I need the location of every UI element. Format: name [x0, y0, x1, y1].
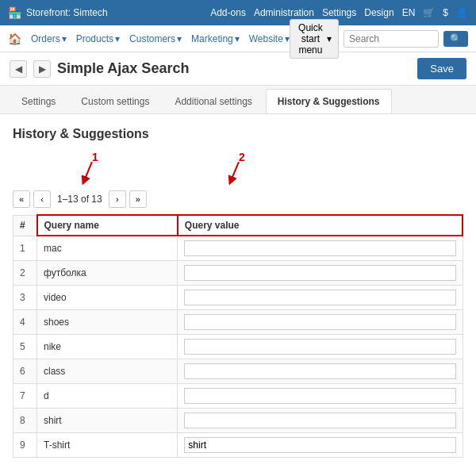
marketing-chevron: ▾ [235, 33, 240, 44]
cell-query-value[interactable] [178, 236, 463, 261]
home-link[interactable]: 🏠 [8, 33, 21, 45]
page-prev-button[interactable]: ‹ [33, 190, 51, 208]
cell-query-value[interactable] [178, 261, 463, 286]
table-row: 6 class [13, 359, 463, 384]
query-value-input[interactable] [184, 363, 455, 379]
cell-query-name: shirt [37, 409, 178, 433]
page-next-button[interactable]: › [109, 190, 126, 208]
language-selector[interactable]: EN [402, 7, 416, 18]
annotation-layer: 1 2 [13, 151, 463, 190]
second-nav-left: 🏠 Orders ▾ Products ▾ Customers ▾ Market… [8, 33, 290, 45]
products-menu[interactable]: Products ▾ [76, 33, 120, 44]
cell-query-name: футболка [37, 261, 178, 286]
administration-menu[interactable]: Administration [254, 7, 314, 18]
page-header-left: ◀ ▶ Simple Ajax Search [10, 60, 189, 78]
customers-chevron: ▾ [177, 33, 182, 44]
cell-query-value[interactable] [178, 335, 463, 359]
cell-num: 1 [13, 236, 37, 261]
page-last-button[interactable]: » [129, 190, 147, 208]
store-name-section: 🏪 Storefront: Simtech [8, 6, 108, 19]
table-row: 5 nike [13, 335, 463, 359]
store-icon: 🏪 [8, 6, 21, 19]
cart-icon[interactable]: 🛒 [423, 7, 435, 18]
tab-custom-settings[interactable]: Custom settings [69, 89, 161, 113]
second-nav-right: Quick start menu ▾ 🔍 [290, 19, 468, 59]
query-value-input[interactable] [184, 388, 455, 404]
cell-query-value[interactable] [178, 310, 463, 335]
cell-num: 7 [13, 384, 37, 409]
cell-num: 3 [13, 286, 37, 310]
cell-query-name: shoes [37, 310, 178, 335]
table-row: 7 d [13, 384, 463, 409]
table-row: 8 shirt [13, 409, 463, 433]
cell-query-name: T-shirt [37, 433, 178, 458]
tab-additional-settings[interactable]: Additional settings [163, 89, 263, 113]
main-content: History & Suggestions 1 2 « ‹ 1–13 of 13 [0, 114, 476, 476]
customers-menu[interactable]: Customers ▾ [129, 33, 182, 44]
cell-num: 2 [13, 261, 37, 286]
svg-line-0 [84, 162, 92, 181]
table-body: 1 mac 2 футболка 3 video 4 shoes 5 nike … [13, 236, 463, 458]
products-chevron: ▾ [115, 33, 120, 44]
website-menu[interactable]: Website ▾ [249, 33, 290, 44]
table-row: 4 shoes [13, 310, 463, 335]
search-input[interactable] [344, 30, 439, 48]
tabs-bar: Settings Custom settings Additional sett… [0, 86, 476, 114]
cell-query-name: nike [37, 335, 178, 359]
cell-query-name: video [37, 286, 178, 310]
forward-button[interactable]: ▶ [33, 60, 51, 78]
store-name: Storefront: Simtech [26, 7, 108, 18]
section-title: History & Suggestions [13, 127, 463, 141]
svg-line-1 [231, 162, 239, 181]
query-value-input[interactable] [184, 437, 455, 453]
tab-settings[interactable]: Settings [10, 89, 67, 113]
query-value-input[interactable] [184, 339, 455, 355]
settings-menu[interactable]: Settings [322, 7, 356, 18]
cell-query-value[interactable] [178, 359, 463, 384]
query-value-input[interactable] [184, 413, 455, 428]
col-header-query-name: Query name [37, 215, 178, 236]
table-header-row: # Query name Query value [13, 215, 463, 236]
query-value-input[interactable] [184, 265, 455, 281]
quick-start-button[interactable]: Quick start menu ▾ [290, 19, 339, 59]
dollar-icon[interactable]: $ [443, 7, 448, 18]
save-button[interactable]: Save [417, 58, 466, 79]
orders-chevron: ▾ [62, 33, 67, 44]
search-button[interactable]: 🔍 [443, 31, 468, 47]
orders-menu[interactable]: Orders ▾ [31, 33, 67, 44]
addons-menu[interactable]: Add-ons [210, 7, 246, 18]
cell-query-value[interactable] [178, 433, 463, 458]
tab-history-suggestions[interactable]: History & Suggestions [266, 89, 392, 113]
query-value-input[interactable] [184, 290, 455, 305]
cell-num: 4 [13, 310, 37, 335]
table-row: 2 футболка [13, 261, 463, 286]
user-icon[interactable]: 👤 [456, 7, 468, 18]
query-value-input[interactable] [184, 314, 455, 330]
arrow-1-svg [76, 162, 108, 186]
col-header-query-value: Query value [178, 215, 463, 236]
query-value-input[interactable] [184, 240, 455, 256]
cell-query-value[interactable] [178, 384, 463, 409]
history-table: # Query name Query value 1 mac 2 футболк… [13, 214, 463, 458]
second-nav-bar: 🏠 Orders ▾ Products ▾ Customers ▾ Market… [0, 25, 476, 52]
design-menu[interactable]: Design [364, 7, 393, 18]
page-title: Simple Ajax Search [57, 60, 189, 77]
cell-query-name: mac [37, 236, 178, 261]
cell-query-value[interactable] [178, 286, 463, 310]
cell-num: 9 [13, 433, 37, 458]
cell-query-value[interactable] [178, 409, 463, 433]
cell-num: 6 [13, 359, 37, 384]
pagination: « ‹ 1–13 of 13 › » [13, 190, 463, 208]
cell-query-name: d [37, 384, 178, 409]
back-button[interactable]: ◀ [10, 60, 27, 78]
top-nav-right: Add-ons Administration Settings Design E… [210, 7, 468, 18]
page-first-button[interactable]: « [13, 190, 30, 208]
cell-num: 5 [13, 335, 37, 359]
marketing-menu[interactable]: Marketing ▾ [191, 33, 240, 44]
cell-num: 8 [13, 409, 37, 433]
cell-query-name: class [37, 359, 178, 384]
table-row: 3 video [13, 286, 463, 310]
table-row: 1 mac [13, 236, 463, 261]
page-info: 1–13 of 13 [54, 194, 106, 205]
table-row: 9 T-shirt [13, 433, 463, 458]
